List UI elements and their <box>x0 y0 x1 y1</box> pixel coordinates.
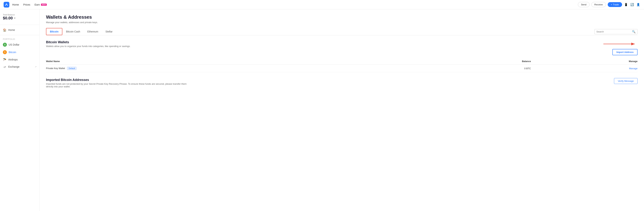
trade-button[interactable]: + Trade <box>608 2 622 7</box>
sidebar-btc-label: Bitcoin <box>8 51 16 54</box>
refresh-icon[interactable]: 🔄 <box>630 2 634 7</box>
sidebar-item-btc[interactable]: ₿ Bitcoin <box>0 48 39 56</box>
sidebar-airdrops-label: Airdrops <box>8 58 18 61</box>
wallets-info: Bitcoin Wallets Wallets allow you to org… <box>46 40 130 47</box>
sidebar-item-usd[interactable]: $ US Dollar <box>0 41 39 48</box>
tab-ethereum[interactable]: Ethereum <box>84 28 102 35</box>
imported-section: Imported Bitcoin Addresses Imported fund… <box>46 78 638 88</box>
wallet-balance-cell: 0 BTC <box>421 65 531 72</box>
btc-icon: ₿ <box>3 50 7 54</box>
user-icon[interactable]: 👤 <box>636 2 640 7</box>
balance-section: Total Balance $0.00 ▾ <box>0 12 39 23</box>
sidebar: Total Balance $0.00 ▾ 🏠 Home Portfolio $… <box>0 9 40 211</box>
sidebar-item-exchange[interactable]: ⇄ Exchange ↗ <box>0 63 39 70</box>
external-link-icon: ↗ <box>35 66 36 68</box>
wallets-title: Bitcoin Wallets <box>46 40 130 44</box>
red-arrow-svg <box>602 40 638 47</box>
nav-earn[interactable]: Earn NEW <box>34 3 47 6</box>
usd-icon: $ <box>3 43 7 47</box>
layout: Total Balance $0.00 ▾ 🏠 Home Portfolio $… <box>0 9 644 211</box>
topnav-actions: Send Receive + Trade 📱 🔄 👤 <box>578 2 640 7</box>
sidebar-home-label: Home <box>8 28 15 31</box>
wallets-desc: Wallets allow you to organize your funds… <box>46 45 130 47</box>
topnav: Home Prices Earn NEW Send Receive + Trad… <box>0 0 644 9</box>
import-address-button[interactable]: Import Address <box>612 49 638 55</box>
col-wallet-name: Wallet Name <box>46 58 421 65</box>
logo[interactable] <box>4 2 9 7</box>
arrow-area <box>602 40 638 47</box>
search-area: 🔍 <box>594 29 638 34</box>
tab-bitcoin[interactable]: Bitcoin <box>46 28 62 35</box>
sidebar-exchange-label: Exchange <box>8 65 20 68</box>
imported-info: Imported Bitcoin Addresses Imported fund… <box>46 78 190 88</box>
portfolio-label: Portfolio <box>0 37 39 41</box>
wallet-name-cell: Private Key Wallet Default <box>46 65 421 72</box>
default-badge: Default <box>67 67 76 70</box>
nav-links: Home Prices Earn NEW <box>12 3 578 6</box>
sidebar-divider-1 <box>0 25 39 25</box>
main-content: Wallets & Addresses Manage your wallets,… <box>40 9 644 211</box>
home-icon: 🏠 <box>3 28 6 32</box>
col-balance: Balance <box>421 58 531 65</box>
balance-amount: $0.00 ▾ <box>3 16 36 20</box>
imported-desc: Imported funds are not protected by your… <box>46 83 190 88</box>
exchange-icon: ⇄ <box>3 65 6 68</box>
wallets-section-header: Bitcoin Wallets Wallets allow you to org… <box>46 40 638 55</box>
imported-header: Imported Bitcoin Addresses Imported fund… <box>46 78 638 88</box>
table-row: Private Key Wallet Default 0 BTC Manage <box>46 65 638 72</box>
mobile-icon[interactable]: 📱 <box>624 2 628 7</box>
airdrop-icon: 🪂 <box>3 58 6 61</box>
earn-badge: NEW <box>41 3 47 6</box>
tab-bitcoin-cash[interactable]: Bitcoin Cash <box>62 28 84 35</box>
sidebar-divider-2 <box>0 35 39 35</box>
wallet-table: Wallet Name Balance Manage Private Key W… <box>46 58 638 72</box>
balance-label: Total Balance <box>3 14 36 16</box>
page-title: Wallets & Addresses <box>46 14 638 20</box>
search-icon[interactable]: 🔍 <box>632 30 636 33</box>
wallet-manage-cell[interactable]: Manage <box>531 65 638 72</box>
import-area: Import Address <box>602 40 638 55</box>
verify-message-button[interactable]: Verify Message <box>614 78 638 84</box>
receive-button[interactable]: Receive <box>591 2 606 7</box>
imported-title: Imported Bitcoin Addresses <box>46 78 190 82</box>
send-button[interactable]: Send <box>578 2 590 7</box>
sidebar-usd-label: US Dollar <box>8 43 20 46</box>
page-subtitle: Manage your wallets, addresses and priva… <box>46 21 638 24</box>
tab-stellar[interactable]: Stellar <box>102 28 116 35</box>
sidebar-item-airdrops[interactable]: 🪂 Airdrops <box>0 56 39 63</box>
tabs-row: Bitcoin Bitcoin Cash Ethereum Stellar 🔍 <box>46 28 638 35</box>
search-input[interactable] <box>596 30 630 33</box>
col-manage: Manage <box>531 58 638 65</box>
balance-caret[interactable]: ▾ <box>14 17 15 19</box>
nav-home[interactable]: Home <box>12 3 19 6</box>
nav-prices[interactable]: Prices <box>23 3 30 6</box>
sidebar-item-home[interactable]: 🏠 Home <box>0 26 39 33</box>
